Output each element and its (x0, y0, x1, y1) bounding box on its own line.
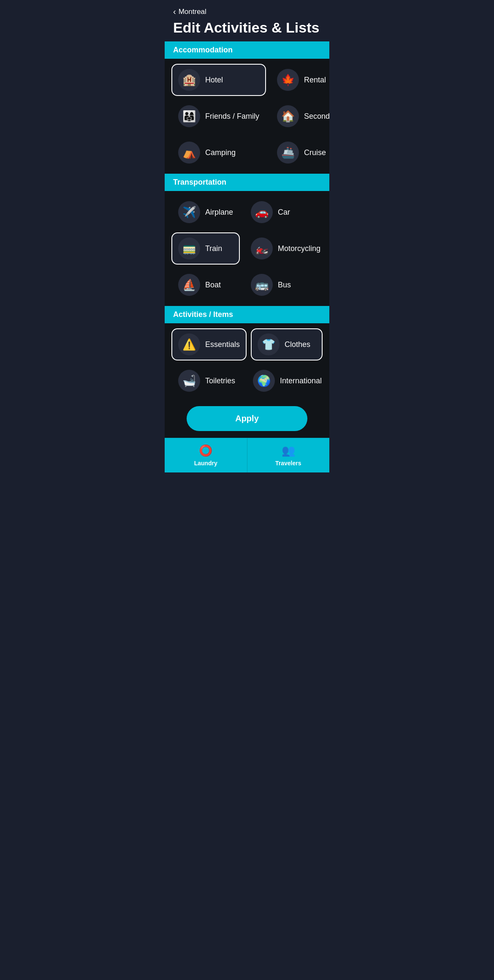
boat-label: Boat (205, 281, 221, 289)
friends-family-icon: 👨‍👩‍👧 (178, 105, 200, 127)
nav-label-travelers: Travelers (275, 460, 301, 467)
car-label: Car (278, 208, 290, 217)
clothes-label: Clothes (285, 340, 310, 349)
travelers-icon: 👥 (282, 444, 295, 457)
activity-item-hotel[interactable]: 🏨Hotel (171, 64, 266, 96)
back-label: Montreal (179, 8, 206, 16)
essentials-label: Essentials (205, 340, 240, 349)
train-label: Train (205, 244, 222, 253)
cruise-icon: 🚢 (277, 142, 299, 164)
activity-item-airplane[interactable]: ✈️Airplane (171, 196, 240, 228)
nav-label-laundry: Laundry (194, 460, 217, 467)
activity-item-cruise[interactable]: 🚢Cruise (270, 136, 329, 169)
grid-activities: ⚠️Essentials👕Clothes (171, 328, 323, 360)
activity-item-essentials[interactable]: ⚠️Essentials (171, 328, 247, 360)
activity-item-toiletries[interactable]: 🛁Toiletries (171, 365, 242, 394)
second-home-label: Second Home (304, 112, 329, 121)
international-icon: 🌍 (253, 370, 275, 392)
activity-item-train[interactable]: 🚃Train (171, 232, 240, 265)
grid-transportation: ✈️Airplane🚗Car🚃Train🏍️Motorcycling⛵Boat🚌… (171, 196, 323, 301)
laundry-icon: ⭕ (199, 444, 212, 457)
activity-item-camping[interactable]: ⛺Camping (171, 136, 266, 169)
activity-item-international[interactable]: 🌍International (246, 365, 323, 394)
toiletries-icon: 🛁 (178, 370, 200, 392)
nav-item-travelers[interactable]: 👥 Travelers (247, 438, 330, 472)
activity-item-motorcycling[interactable]: 🏍️Motorcycling (244, 232, 327, 265)
activity-item-car[interactable]: 🚗Car (244, 196, 327, 228)
camping-icon: ⛺ (178, 142, 200, 164)
clothes-icon: 👕 (258, 333, 280, 355)
nav-item-laundry[interactable]: ⭕ Laundry (165, 438, 247, 472)
international-label: International (280, 377, 322, 385)
section-header-accommodation: Accommodation (165, 41, 329, 59)
second-home-icon: 🏠 (277, 105, 299, 127)
hotel-icon: 🏨 (178, 69, 200, 91)
motorcycling-label: Motorcycling (278, 244, 320, 253)
section-body-transportation: ✈️Airplane🚗Car🚃Train🏍️Motorcycling⛵Boat🚌… (165, 191, 329, 306)
hotel-label: Hotel (205, 76, 223, 85)
airplane-label: Airplane (205, 208, 233, 217)
train-icon: 🚃 (178, 237, 200, 259)
airplane-icon: ✈️ (178, 201, 200, 223)
section-body-accommodation: 🏨Hotel🍁Rental👨‍👩‍👧Friends / Family🏠Secon… (165, 59, 329, 174)
back-nav[interactable]: ‹ Montreal (173, 7, 321, 16)
friends-family-label: Friends / Family (205, 112, 259, 121)
activity-item-clothes[interactable]: 👕Clothes (251, 328, 323, 360)
activity-item-bus[interactable]: 🚌Bus (244, 269, 327, 301)
header: ‹ Montreal Edit Activities & Lists (165, 0, 329, 41)
apply-button[interactable]: Apply (187, 406, 307, 431)
apply-wrapper: Apply (165, 399, 329, 438)
page-title: Edit Activities & Lists (173, 20, 321, 35)
bottom-nav: ⭕ Laundry 👥 Travelers (165, 438, 329, 472)
rental-label: Rental (304, 76, 326, 85)
essentials-icon: ⚠️ (178, 333, 200, 355)
activity-item-boat[interactable]: ⛵Boat (171, 269, 240, 301)
activity-item-second-home[interactable]: 🏠Second Home (270, 100, 329, 132)
car-icon: 🚗 (251, 201, 273, 223)
section-body-activities: ⚠️Essentials👕Clothes🛁Toiletries🌍Internat… (165, 323, 329, 399)
grid-activities-partial: 🛁Toiletries🌍International (171, 365, 323, 394)
grid-accommodation: 🏨Hotel🍁Rental👨‍👩‍👧Friends / Family🏠Secon… (171, 64, 323, 169)
toiletries-label: Toiletries (205, 377, 235, 385)
section-header-transportation: Transportation (165, 174, 329, 191)
section-header-activities: Activities / Items (165, 306, 329, 323)
activity-item-friends-family[interactable]: 👨‍👩‍👧Friends / Family (171, 100, 266, 132)
boat-icon: ⛵ (178, 274, 200, 296)
bus-icon: 🚌 (251, 274, 273, 296)
activity-item-rental[interactable]: 🍁Rental (270, 64, 329, 96)
cruise-label: Cruise (304, 148, 326, 157)
sections-container: Accommodation🏨Hotel🍁Rental👨‍👩‍👧Friends /… (165, 41, 329, 399)
camping-label: Camping (205, 148, 236, 157)
bus-label: Bus (278, 281, 291, 289)
back-arrow-icon: ‹ (173, 7, 176, 16)
motorcycling-icon: 🏍️ (251, 237, 273, 259)
rental-icon: 🍁 (277, 69, 299, 91)
